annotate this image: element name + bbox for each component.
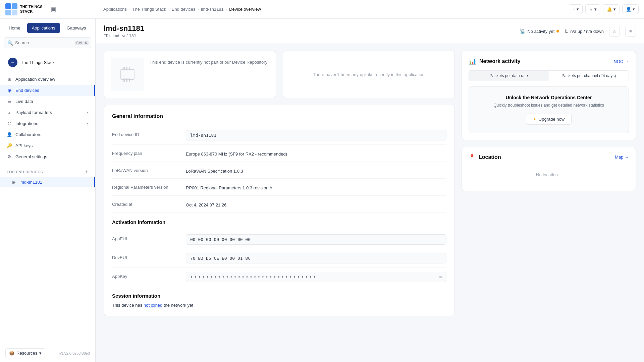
appkey-input[interactable] — [186, 272, 446, 282]
star-button[interactable]: ☆ ▾ — [585, 4, 600, 14]
menu-button[interactable]: ≡ — [625, 26, 636, 37]
app-overview-icon: ⊞ — [7, 77, 12, 82]
page-header: lmd-sn1181 ID: lmd-sn1181 📡 No activity … — [96, 19, 644, 44]
regional-params-value: RP001 Regional Parameters 1.0.3 revision… — [186, 183, 446, 191]
integrations-chevron-icon: ▾ — [87, 122, 89, 125]
header-actions: 📡 No activity yet ⇅ n/a up / n/a down ☆ … — [520, 26, 636, 37]
back-button[interactable]: ← The Things Stack — [4, 55, 91, 70]
reveal-appkey-icon[interactable]: 👁 — [439, 275, 443, 280]
tab-packets-per-channel[interactable]: Packets per channel (24 days) — [549, 71, 629, 81]
api-keys-icon: 🔑 — [7, 143, 12, 148]
breadcrumb-applications[interactable]: Applications — [103, 7, 127, 12]
network-tabs: Packets per data rate Packets per channe… — [469, 70, 629, 81]
user-chevron-icon: ▾ — [633, 7, 635, 12]
location-card: 📍 Location Map → No location... — [462, 147, 636, 191]
back-label: The Things Stack — [21, 60, 55, 65]
deveui-input[interactable] — [186, 253, 446, 263]
ctrl-key: Ctrl — [75, 41, 83, 45]
uplinks-card: There haven't been any uplinks recently … — [283, 51, 455, 98]
top-nav: THE THINGS STACK ▣ Applications › The Th… — [0, 0, 644, 19]
search-box: 🔍 Ctrl K — [4, 37, 91, 48]
left-column: This end device is currently not part of… — [104, 51, 455, 316]
sidebar-item-general-settings[interactable]: ⚙ General settings — [0, 151, 95, 162]
deveui-label: DevEUI — [112, 253, 186, 260]
data-rate-value: n/a up / n/a down — [570, 29, 604, 34]
sidebar-item-payload-formatters[interactable]: ⟁ Payload formatters ▾ — [0, 107, 95, 118]
favorite-button[interactable]: ☆ — [609, 26, 620, 37]
sidebar-item-app-overview[interactable]: ⊞ Application overview — [0, 74, 95, 85]
device-repo-card: This end device is currently not part of… — [104, 51, 276, 98]
created-at-label: Created at — [112, 200, 186, 207]
add-chevron-icon: ▾ — [577, 7, 579, 12]
tab-home[interactable]: Home — [4, 23, 25, 33]
sidebar-item-integrations[interactable]: ⬡ Integrations ▾ — [0, 118, 95, 129]
field-row-frequency-plan: Frequency plan Europe 863-870 MHz (SF9 f… — [112, 145, 446, 162]
tab-packets-per-data-rate[interactable]: Packets per data rate — [469, 71, 549, 81]
activity-dot — [556, 30, 559, 33]
breadcrumb-sep-1: › — [129, 7, 130, 12]
session-message: This device has not joined the network y… — [112, 303, 446, 308]
back-arrow-icon: ← — [8, 58, 17, 67]
breadcrumb-end-devices[interactable]: End devices — [172, 7, 196, 12]
payload-formatters-icon: ⟁ — [7, 110, 12, 115]
sidebar-item-api-keys[interactable]: 🔑 API keys — [0, 140, 95, 151]
user-account-button[interactable]: 👤 ▾ — [622, 4, 639, 14]
add-end-device-button[interactable]: + — [85, 169, 89, 175]
field-row-appkey: AppKey 👁 — [112, 268, 446, 286]
general-info-card: General information End device ID Freque… — [104, 105, 455, 316]
device-title: lmd-sn1181 — [104, 24, 144, 33]
integrations-icon: ⬡ — [7, 121, 12, 126]
noc-link[interactable]: NOC → — [614, 59, 629, 64]
field-row-end-device-id: End device ID — [112, 126, 446, 145]
sidebar-menu: ⊞ Application overview ◉ End devices ☰ L… — [0, 72, 95, 164]
field-row-created-at: Created at Oct 4, 2024 07:21:26 — [112, 196, 446, 213]
sidebar-item-end-devices[interactable]: ◉ End devices — [0, 85, 95, 96]
upgrade-star-icon: ✦ — [533, 117, 537, 122]
field-row-appeui: AppEUI — [112, 230, 446, 249]
add-button[interactable]: + ▾ — [569, 4, 583, 14]
appeui-input[interactable] — [186, 234, 446, 245]
sidebar-sub-item-lmd-sn1181[interactable]: ◉ lmd-sn1181 — [0, 177, 95, 187]
sidebar-item-live-data[interactable]: ☰ Live data — [0, 96, 95, 107]
top-actions: + ▾ ☆ ▾ 🔔 ▾ 👤 ▾ — [569, 4, 639, 14]
top-end-devices-section: Top end devices + — [0, 164, 95, 177]
appkey-label: AppKey — [112, 272, 186, 279]
resources-button[interactable]: 📦 Resources ▾ — [5, 348, 45, 358]
location-title: Location — [479, 154, 501, 160]
appeui-label: AppEUI — [112, 234, 186, 241]
svg-rect-0 — [121, 69, 134, 79]
location-pin-icon: 📍 — [469, 154, 475, 160]
activation-section: Activation information AppEUI DevEUI — [112, 219, 446, 286]
k-key: K — [84, 41, 89, 45]
breadcrumb-device-id[interactable]: lmd-sn1181 — [201, 7, 224, 12]
location-header: 📍 Location Map → — [469, 154, 629, 160]
breadcrumb-things-stack[interactable]: The Things Stack — [132, 7, 166, 12]
sidebar-item-collaborators[interactable]: 👤 Collaborators — [0, 129, 95, 140]
svg-rect-6 — [129, 78, 130, 82]
notifications-button[interactable]: 🔔 ▾ — [603, 4, 620, 14]
tab-applications[interactable]: Applications — [27, 23, 60, 33]
network-title-area: 📊 Network activity — [469, 58, 521, 65]
sidebar-toggle-button[interactable]: ▣ — [51, 6, 56, 13]
sidebar-item-label-integrations: Integrations — [15, 121, 38, 126]
sidebar-footer: 📦 Resources ▾ v3.32.0.32b3f88e3 — [0, 344, 95, 362]
not-joined-link[interactable]: not joined — [144, 303, 162, 308]
sidebar-item-label-collaborators: Collaborators — [15, 132, 41, 137]
svg-rect-2 — [126, 67, 127, 70]
lorawan-version-value: LoRaWAN Specification 1.0.3 — [186, 166, 446, 175]
top-content-row: This end device is currently not part of… — [104, 51, 455, 98]
sidebar-item-label-app-overview: Application overview — [15, 77, 55, 82]
sidebar: Home Applications Gateways 🔍 Ctrl K ← Th… — [0, 19, 96, 362]
sidebar-item-label-payload-formatters: Payload formatters — [15, 110, 52, 115]
map-link[interactable]: Map → — [615, 155, 629, 160]
breadcrumb-sep-2: › — [168, 7, 169, 12]
upgrade-now-button[interactable]: ✦ Upgrade now — [526, 114, 572, 125]
payload-chevron-icon: ▾ — [87, 111, 89, 114]
device-id: ID: lmd-sn1181 — [104, 34, 144, 38]
tab-gateways[interactable]: Gateways — [62, 23, 91, 33]
user-icon: 👤 — [626, 7, 631, 12]
collaborators-icon: 👤 — [7, 132, 12, 137]
sidebar-item-label-api-keys: API keys — [15, 143, 33, 148]
svg-rect-4 — [123, 78, 125, 82]
end-device-id-input[interactable] — [186, 130, 446, 140]
